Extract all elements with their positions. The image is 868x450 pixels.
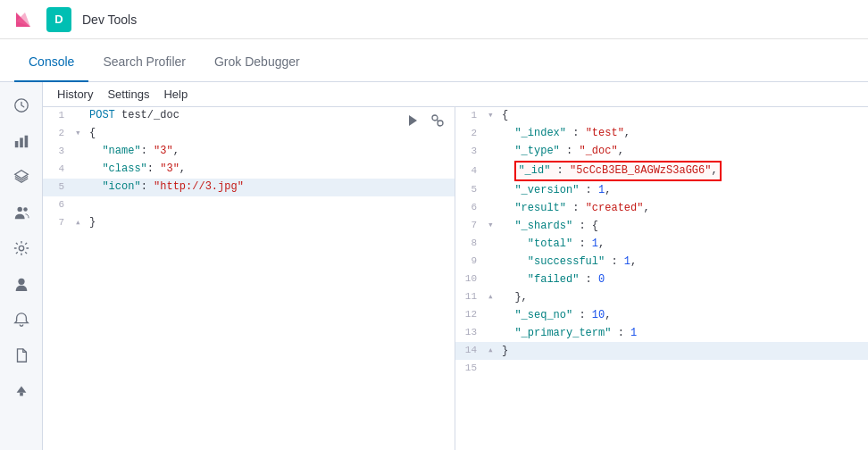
sidebar-icon-clock[interactable] [5,89,38,121]
left-panel: 1 POST test/_doc 2 ▾ { 3 "name": "3", [43,107,455,450]
right-line-7: 7 ▾ "_shards" : { [455,217,868,235]
right-line-15: 15 [455,360,868,378]
sidebar-icon-layers[interactable] [5,161,38,193]
toolbar: History Settings Help [43,82,868,107]
nav-tabs: Console Search Profiler Grok Debugger [0,39,868,82]
tab-search-profiler[interactable]: Search Profiler [88,43,200,82]
right-line-10: 10 "failed" : 0 [455,271,868,288]
right-line-5: 5 "_version" : 1, [455,181,868,199]
code-line-7: 7 ▴ } [43,214,455,232]
sidebar-icon-people[interactable] [5,196,38,229]
code-line-5: 5 "icon": "http://3.jpg" [43,179,455,196]
code-line-1: 1 POST test/_doc [43,107,455,125]
right-line-2: 2 "_index" : "test", [455,125,868,143]
editor-panels: 1 POST test/_doc 2 ▾ { 3 "name": "3", [43,107,868,450]
tab-grok-debugger[interactable]: Grok Debugger [200,43,314,82]
toolbar-history[interactable]: History [57,88,93,101]
kibana-logo [11,7,36,32]
right-line-1: 1 ▾ { [455,107,868,125]
toolbar-help[interactable]: Help [163,88,188,101]
app-icon: D [46,7,71,32]
svg-line-12 [437,120,438,121]
svg-point-10 [432,115,438,121]
toolbar-settings[interactable]: Settings [107,88,149,101]
right-line-13: 13 "_primary_term" : 1 [455,324,868,342]
svg-marker-9 [409,115,417,126]
top-bar: D Dev Tools [0,0,868,39]
code-line-4: 4 "class": "3", [43,161,455,179]
sidebar-icon-bell[interactable] [5,304,38,336]
sidebar-icon-file[interactable] [5,339,38,371]
code-line-3: 3 "name": "3", [43,143,455,161]
right-line-8: 8 "total" : 1, [455,235,868,253]
right-line-12: 12 "_seq_no" : 10, [455,306,868,324]
run-icon[interactable] [403,111,422,130]
right-line-14: 14 ▴ } [455,342,868,360]
right-line-9: 9 "successful" : 1, [455,253,868,271]
svg-point-7 [18,279,24,285]
right-line-11: 11 ▴ }, [455,288,868,306]
svg-rect-2 [20,138,23,147]
sidebar-icon-gear[interactable] [5,232,38,264]
svg-rect-3 [24,136,28,148]
svg-point-5 [23,207,28,212]
right-line-4: 4 "_id" : "5cCcB3EB_8AGWzS3aGG6", [455,161,868,181]
main-area: History Settings Help [0,82,868,450]
sidebar-icon-user[interactable] [5,268,38,300]
code-line-2: 2 ▾ { [43,125,455,143]
code-line-6: 6 [43,196,455,214]
sidebar-icon-arrow-up[interactable] [5,375,38,407]
right-panel: 1 ▾ { 2 "_index" : "test", 3 "_type" : "… [455,107,868,450]
sidebar-icon-chart[interactable] [5,125,38,157]
svg-rect-8 [20,393,23,396]
left-panel-actions [403,111,447,130]
svg-point-6 [19,246,23,250]
sidebar [0,82,43,450]
app-title: Dev Tools [82,12,137,27]
tab-console[interactable]: Console [14,43,88,82]
left-code-area[interactable]: 1 POST test/_doc 2 ▾ { 3 "name": "3", [43,107,455,450]
svg-point-4 [17,207,21,212]
content-area: History Settings Help [43,82,868,450]
right-line-6: 6 "result" : "created", [455,199,868,217]
tools-icon[interactable] [428,111,447,130]
svg-rect-1 [14,141,18,147]
right-code-area[interactable]: 1 ▾ { 2 "_index" : "test", 3 "_type" : "… [455,107,868,450]
right-line-3: 3 "_type" : "_doc", [455,143,868,161]
